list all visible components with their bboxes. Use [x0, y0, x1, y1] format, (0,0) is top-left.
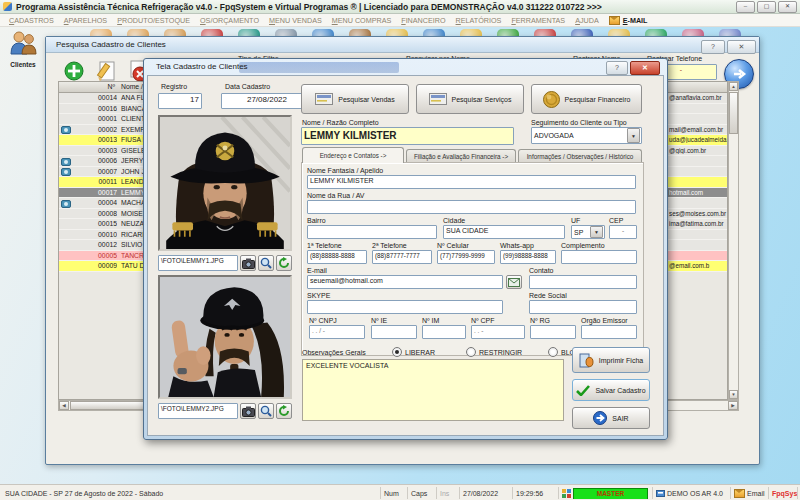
salvar-cadastro-button[interactable]: Salvar Cadastro — [572, 379, 650, 401]
menu-os-or-amento[interactable]: OS/ORÇAMENTO — [195, 16, 264, 25]
scroll-right-icon[interactable]: ▶ — [728, 401, 738, 410]
tel2-field[interactable]: (88)87777-7777 — [372, 250, 432, 264]
maximize-icon[interactable]: ▢ — [757, 1, 776, 13]
pesquisar-financeiro-button[interactable]: Pesquisar Financeiro — [531, 84, 642, 114]
rua-field[interactable] — [307, 200, 636, 214]
coin-icon — [543, 91, 560, 108]
menu-menu-compras[interactable]: MENU COMPRAS — [327, 16, 397, 25]
radio-restringir[interactable]: RESTRINGIR — [466, 347, 522, 357]
email-field[interactable]: seuemail@hotmail.com — [307, 275, 503, 289]
data-cadastro-field[interactable]: 27/08/2022 — [221, 93, 313, 109]
cnpj-field[interactable]: . . / - — [309, 325, 365, 339]
whatsapp-field[interactable]: (99)98888-8888 — [500, 250, 556, 264]
cidade-field[interactable]: SUA CIDADE — [443, 225, 565, 239]
rua-label: Nome da Rua / AV — [307, 192, 364, 199]
scroll-left-icon[interactable]: ◀ — [59, 401, 69, 410]
status-ins: Ins — [436, 487, 457, 499]
seguimento-value: ADVOGADA — [534, 132, 574, 139]
photo2-zoom-button[interactable] — [258, 403, 274, 419]
status-email[interactable]: Email — [730, 487, 766, 499]
uf-value: SP — [574, 229, 583, 236]
menu-financeiro[interactable]: FINANCEIRO — [396, 16, 450, 25]
vscroll-thumb[interactable] — [729, 92, 738, 134]
services-card-icon — [429, 93, 447, 105]
photo1 — [158, 115, 292, 251]
pesquisar-servicos-button[interactable]: Pesquisar Serviços — [416, 84, 524, 114]
complemento-field[interactable] — [561, 250, 637, 264]
pesquisar-vendas-button[interactable]: Pesquisar Vendas — [301, 84, 409, 114]
dialog-help-icon[interactable]: ? — [606, 61, 628, 75]
uf-select[interactable]: SP ▼ — [571, 225, 605, 239]
rg-field[interactable] — [530, 325, 576, 339]
menu-aparelhos[interactable]: APARELHOS — [59, 16, 112, 25]
imprimir-ficha-button[interactable]: Imprimir Ficha — [572, 347, 650, 373]
seguimento-select[interactable]: ADVOGADA ▼ — [531, 127, 642, 144]
send-email-button[interactable] — [506, 275, 522, 289]
photo2-load-button[interactable] — [276, 403, 292, 419]
tel1-field[interactable]: (88)88888-8888 — [307, 250, 367, 264]
tab-informacoes[interactable]: Informações / Observações / Histórico — [518, 149, 642, 163]
orgao-emissor-label: Orgão Emissor — [581, 317, 628, 324]
observacoes-textarea[interactable]: EXCELENTE VOCALISTA — [302, 359, 564, 421]
status-time: 19:29:56 — [512, 487, 556, 499]
imprimir-ficha-label: Imprimir Ficha — [599, 357, 643, 364]
scroll-up-icon[interactable]: ▲ — [729, 82, 738, 91]
shortcut-clientes[interactable]: Clientes — [2, 30, 44, 80]
row-number: 00013 — [85, 136, 117, 143]
chevron-down-icon[interactable]: ▼ — [590, 226, 603, 238]
menu-menu-vendas[interactable]: MENU VENDAS — [264, 16, 327, 25]
photo2-path-field[interactable]: \FOTO\LEMMY2.JPG — [158, 403, 238, 419]
row-email: @email.com.b — [669, 262, 728, 269]
tab-endereco[interactable]: Endereço e Contatos -> — [302, 147, 404, 163]
window-help-icon[interactable]: ? — [701, 40, 725, 54]
row-number: 00005 — [85, 252, 117, 259]
menu-e-mail[interactable]: E-MAIL — [604, 16, 653, 25]
minimize-icon[interactable]: – — [736, 1, 755, 13]
chevron-down-icon[interactable]: ▼ — [627, 128, 640, 143]
vertical-scrollbar[interactable]: ▲ ▼ — [728, 81, 739, 400]
menu-ajuda[interactable]: AJUDA — [570, 16, 604, 25]
menu-cadastros[interactable]: CADASTROS — [4, 16, 59, 25]
app-version-icon — [656, 489, 665, 498]
orgao-emissor-field[interactable] — [581, 325, 637, 339]
row-number: 00008 — [85, 210, 117, 217]
im-field[interactable] — [422, 325, 466, 339]
nome-razao-field[interactable]: LEMMY KILMISTER — [301, 127, 514, 145]
menu-ferramentas[interactable]: FERRAMENTAS — [506, 16, 570, 25]
menu-relat-rios[interactable]: RELATÓRIOS — [451, 16, 507, 25]
close-icon[interactable]: ✕ — [778, 1, 797, 13]
photo1-path-field[interactable]: \FOTO\LEMMY1.JPG — [158, 255, 238, 271]
window-close-icon[interactable]: ✕ — [727, 40, 756, 54]
bairro-field[interactable] — [307, 225, 437, 239]
row-photo-icon — [61, 199, 72, 209]
radio-liberar[interactable]: LIBERAR — [392, 347, 435, 357]
photo1-load-button[interactable] — [276, 255, 292, 271]
skype-field[interactable] — [307, 300, 503, 314]
arrow-right-icon — [731, 66, 747, 82]
status-date: 27/08/2022 — [459, 487, 510, 499]
celular-field[interactable]: (77)77999-9999 — [437, 250, 495, 264]
app-title: Programa Assistência Técnica Refrigeraçã… — [16, 2, 602, 12]
dialog-close-icon[interactable]: ✕ — [630, 61, 660, 75]
edit-client-button[interactable] — [93, 59, 119, 83]
add-client-button[interactable] — [61, 59, 87, 83]
row-number: 00007 — [85, 168, 117, 175]
ie-field[interactable] — [371, 325, 417, 339]
rede-social-field[interactable] — [529, 300, 637, 314]
scroll-down-icon[interactable]: ▼ — [729, 390, 738, 399]
cep-field[interactable]: - — [609, 225, 637, 239]
photo2-camera-button[interactable] — [240, 403, 256, 419]
menu-produto-estoque[interactable]: PRODUTO/ESTOQUE — [112, 16, 195, 25]
sair-button[interactable]: SAIR — [572, 407, 650, 429]
cpf-field[interactable]: . . - — [471, 325, 525, 339]
photo1-camera-button[interactable] — [240, 255, 256, 271]
clients-window-titlebar[interactable]: Pesquisa Cadastro de Clientes — [46, 37, 759, 53]
status-master-badge: MASTER — [573, 488, 648, 500]
registro-field[interactable]: 17 — [158, 93, 202, 109]
cnpj-label: Nº CNPJ — [309, 317, 337, 324]
photo1-zoom-button[interactable] — [258, 255, 274, 271]
tab-filiacao[interactable]: Filiação e Avaliação Financeira -> — [406, 149, 516, 163]
contato-field[interactable] — [529, 275, 637, 289]
fantasia-field[interactable]: LEMMY KILMISTER — [307, 175, 636, 189]
col-number-header[interactable]: Nº — [85, 83, 115, 90]
